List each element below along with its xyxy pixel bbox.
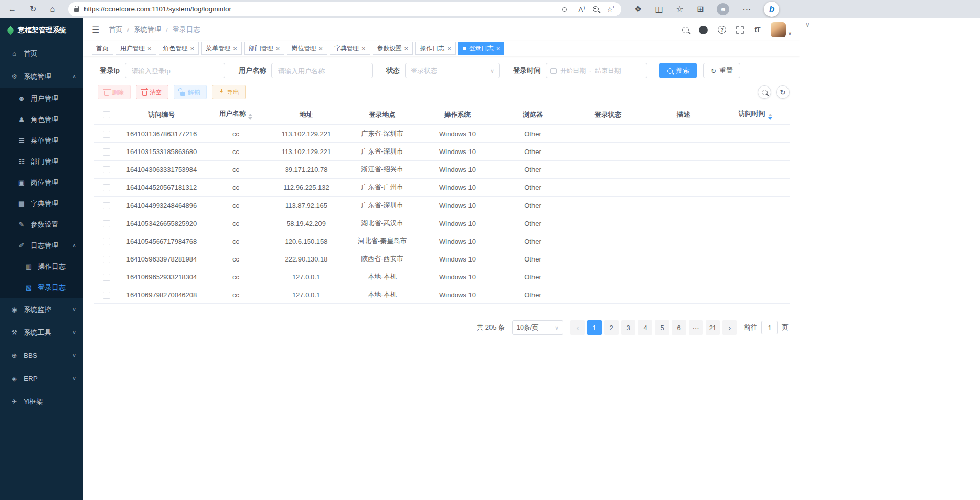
sidebar-item-system-mgmt[interactable]: ⚙系统管理∧ <box>0 65 83 88</box>
close-tab-icon[interactable]: × <box>147 45 152 52</box>
collapse-menu-icon[interactable]: ☰ <box>92 25 99 35</box>
export-button[interactable]: 导出 <box>212 85 246 99</box>
site-lock-icon[interactable] <box>74 8 79 12</box>
extensions-icon[interactable]: ❖ <box>634 5 642 13</box>
clear-button[interactable]: 清空 <box>136 85 168 99</box>
browser-refresh-icon[interactable]: ↻ <box>30 5 36 13</box>
close-tab-icon[interactable]: × <box>404 45 409 52</box>
read-aloud-icon[interactable]: A <box>578 6 585 13</box>
row-checkbox[interactable] <box>103 274 110 281</box>
unlock-button[interactable]: 解锁 <box>174 85 207 99</box>
row-checkbox[interactable] <box>103 148 110 156</box>
tab-login-log[interactable]: 登录日志× <box>458 42 505 55</box>
page-button-4[interactable]: 4 <box>638 320 652 335</box>
tab-menu-mgmt[interactable]: 菜单管理× <box>201 42 242 55</box>
sidebar-item-dict-mgmt[interactable]: ▤字典管理 <box>0 193 83 214</box>
toggle-search-button[interactable] <box>758 85 771 99</box>
row-checkbox[interactable] <box>103 220 110 227</box>
ip-input[interactable] <box>125 63 225 78</box>
tab-home[interactable]: 首页 <box>92 42 113 55</box>
column-header-user[interactable]: 用户名称 <box>204 104 268 125</box>
tab-operation-log[interactable]: 操作日志× <box>415 42 456 55</box>
goto-page-input[interactable] <box>761 321 778 334</box>
zoom-out-icon[interactable] <box>593 6 599 12</box>
date-range-picker[interactable]: 开始日期 - 结束日期 <box>546 63 647 78</box>
page-button-5[interactable]: 5 <box>655 320 669 335</box>
sidebar-item-menu-mgmt[interactable]: ☰菜单管理 <box>0 130 83 151</box>
close-tab-icon[interactable]: × <box>361 45 366 52</box>
sort-icon[interactable] <box>248 114 252 120</box>
github-icon[interactable] <box>699 26 708 34</box>
row-checkbox[interactable] <box>103 131 110 138</box>
url-text[interactable]: https://ccnetcore.com:1101/system/log/lo… <box>84 5 557 13</box>
row-checkbox[interactable] <box>103 292 110 299</box>
sidebar-item-yi-framework[interactable]: ✈Yi框架 <box>0 390 83 413</box>
search-button[interactable]: 搜索 <box>659 63 697 78</box>
row-checkbox[interactable] <box>103 238 110 245</box>
row-checkbox[interactable] <box>103 184 110 191</box>
tab-dept-mgmt[interactable]: 部门管理× <box>244 42 285 55</box>
close-tab-icon[interactable]: × <box>318 45 323 52</box>
more-pages-button[interactable]: ⋯ <box>689 320 703 335</box>
page-button-1[interactable]: 1 <box>587 320 602 335</box>
password-key-icon[interactable] <box>562 6 570 12</box>
page-button-6[interactable]: 6 <box>672 320 686 335</box>
close-tab-icon[interactable]: × <box>233 45 237 52</box>
close-tab-icon[interactable]: × <box>190 45 195 52</box>
pane-collapse-icon[interactable]: ∨ <box>805 21 810 28</box>
fullscreen-icon[interactable] <box>736 26 744 34</box>
tab-dict-mgmt[interactable]: 字典管理× <box>330 42 370 55</box>
close-tab-icon[interactable]: × <box>447 45 451 52</box>
breadcrumb-item[interactable]: 系统管理 <box>134 25 161 34</box>
refresh-table-button[interactable]: ↻ <box>776 85 790 99</box>
column-header-time[interactable]: 访问时间 <box>721 104 790 125</box>
tab-param-settings[interactable]: 参数设置× <box>373 42 413 55</box>
font-size-icon[interactable]: tT <box>754 26 760 34</box>
close-tab-icon[interactable]: × <box>276 45 280 52</box>
favorites-icon[interactable]: ☆ <box>676 5 684 13</box>
select-all-checkbox[interactable] <box>103 111 110 118</box>
sidebar-item-system-monitor[interactable]: ◉系统监控∨ <box>0 298 83 321</box>
close-tab-icon[interactable]: × <box>496 45 500 52</box>
next-page-button[interactable]: › <box>722 320 737 335</box>
sidebar-item-param-settings[interactable]: ✎参数设置 <box>0 214 83 235</box>
address-bar[interactable]: https://ccnetcore.com:1101/system/log/lo… <box>68 2 621 16</box>
sidebar-item-dept-mgmt[interactable]: ☷部门管理 <box>0 151 83 172</box>
split-screen-icon[interactable]: ◫ <box>655 5 663 13</box>
back-icon[interactable]: ← <box>8 5 16 13</box>
sidebar-item-role-mgmt[interactable]: ♟角色管理 <box>0 109 83 130</box>
user-avatar[interactable] <box>771 22 786 37</box>
row-checkbox[interactable] <box>103 166 110 173</box>
tab-post-mgmt[interactable]: 岗位管理× <box>287 42 327 55</box>
username-input[interactable] <box>271 63 373 78</box>
sidebar-item-log-mgmt[interactable]: ✐日志管理∧ <box>0 235 83 256</box>
delete-button[interactable]: 删除 <box>98 85 131 99</box>
user-menu[interactable]: ∨ <box>771 22 792 37</box>
page-button-3[interactable]: 3 <box>621 320 635 335</box>
sidebar-item-erp[interactable]: ◈ERP∨ <box>0 367 83 390</box>
tab-user-mgmt[interactable]: 用户管理× <box>116 42 156 55</box>
sidebar-item-home[interactable]: ⌂首页 <box>0 42 83 65</box>
header-search-icon[interactable] <box>682 27 689 33</box>
collections-icon[interactable]: ⊞ <box>697 5 704 13</box>
reset-button[interactable]: ↻ 重置 <box>703 63 740 78</box>
status-select[interactable]: 登录状态 ∨ <box>405 63 500 78</box>
sidebar-item-operation-log[interactable]: ▥操作日志 <box>0 256 83 277</box>
row-checkbox[interactable] <box>103 202 110 209</box>
copilot-bing-icon[interactable]: b <box>764 2 779 17</box>
page-size-select[interactable]: 10条/页 ∨ <box>512 320 563 335</box>
row-checkbox[interactable] <box>103 256 110 263</box>
tab-role-mgmt[interactable]: 角色管理× <box>159 42 199 55</box>
sidebar-item-bbs[interactable]: ⊕BBS∨ <box>0 344 83 367</box>
help-icon[interactable]: ? <box>718 26 726 34</box>
add-favorite-icon[interactable]: ☆ <box>607 5 615 13</box>
breadcrumb-item[interactable]: 首页 <box>109 25 122 34</box>
sidebar-item-system-tools[interactable]: ⚒系统工具∨ <box>0 321 83 344</box>
browser-profile-icon[interactable]: ☻ <box>717 3 729 15</box>
browser-menu-icon[interactable]: ⋯ <box>742 5 751 13</box>
browser-home-icon[interactable]: ⌂ <box>50 5 55 13</box>
page-button-2[interactable]: 2 <box>604 320 619 335</box>
page-button-21[interactable]: 21 <box>706 320 720 335</box>
prev-page-button[interactable]: ‹ <box>570 320 585 335</box>
sort-icon[interactable] <box>768 114 772 120</box>
